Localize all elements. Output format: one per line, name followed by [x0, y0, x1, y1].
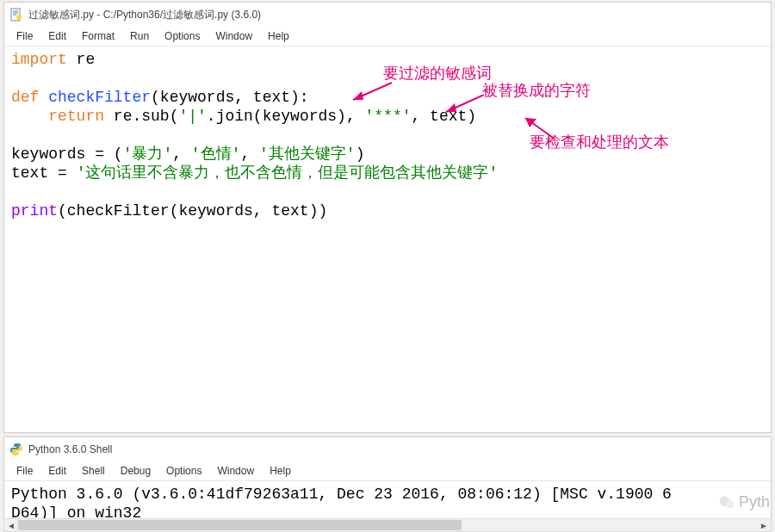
- editor-menu-bar: File Edit Format Run Options Window Help: [4, 27, 771, 46]
- arrow-replacement-icon: [439, 95, 491, 121]
- menu-options[interactable]: Options: [158, 28, 207, 44]
- svg-point-11: [726, 500, 734, 508]
- kw-str-3: '其他关键字': [259, 145, 356, 163]
- call-resub-b: .join(keywords),: [207, 108, 365, 125]
- fn-params: (keywords, text):: [151, 89, 309, 106]
- str-pipe: '|': [178, 108, 206, 125]
- menu-window[interactable]: Window: [208, 28, 259, 44]
- svg-marker-3: [353, 91, 363, 100]
- mod-re: re: [67, 51, 95, 68]
- scroll-track[interactable]: [18, 519, 757, 531]
- svg-marker-7: [525, 118, 536, 127]
- shell-menu-window[interactable]: Window: [210, 463, 261, 479]
- menu-edit[interactable]: Edit: [41, 28, 73, 44]
- call-resub-a: re.sub(: [104, 108, 178, 125]
- shell-menu-file[interactable]: File: [9, 463, 40, 479]
- editor-title-text: 过滤敏感词.py - C:/Python36/过滤敏感词.py (3.6.0): [28, 8, 261, 22]
- menu-format[interactable]: Format: [75, 28, 121, 44]
- shell-menu-debug[interactable]: Debug: [114, 463, 158, 479]
- python-shell-icon: [9, 442, 23, 456]
- arrow-keywords-icon: [344, 81, 396, 107]
- scroll-left-button[interactable]: ◄: [4, 519, 18, 531]
- print-args: (checkFilter(keywords, text)): [58, 202, 327, 220]
- shell-menu-bar: File Edit Shell Debug Options Window Hel…: [4, 461, 771, 481]
- editor-code-area[interactable]: import re def checkFilter(keywords, text…: [4, 46, 771, 432]
- shell-title-text: Python 3.6.0 Shell: [28, 443, 112, 455]
- menu-help[interactable]: Help: [261, 28, 296, 44]
- text-assign-a: text =: [11, 164, 77, 182]
- kw-return: return: [11, 108, 104, 125]
- shell-menu-options[interactable]: Options: [159, 463, 208, 479]
- text-string: '这句话里不含暴力，也不含色情，但是可能包含其他关键字': [77, 164, 499, 182]
- kw-def: def: [11, 89, 39, 106]
- scroll-right-button[interactable]: ►: [757, 519, 771, 531]
- fn-checkfilter: checkFilter: [39, 89, 151, 106]
- arrow-text-icon: [521, 114, 573, 144]
- scroll-thumb[interactable]: [18, 520, 462, 530]
- shell-menu-shell[interactable]: Shell: [75, 463, 112, 479]
- banner-line-1: Python 3.6.0 (v3.6.0:41df79263a11, Dec 2…: [11, 486, 672, 503]
- editor-window: 过滤敏感词.py - C:/Python36/过滤敏感词.py (3.6.0) …: [3, 2, 772, 433]
- editor-title-bar: 过滤敏感词.py - C:/Python36/过滤敏感词.py (3.6.0): [4, 3, 771, 27]
- kw-print: print: [11, 202, 58, 220]
- python-file-icon: [9, 8, 23, 22]
- kw-str-2: '色情': [191, 145, 241, 163]
- shell-menu-edit[interactable]: Edit: [41, 463, 73, 479]
- kw-str-1: '暴力': [123, 145, 173, 163]
- watermark: Pyth: [718, 493, 770, 511]
- shell-title-bar: Python 3.6.0 Shell: [4, 437, 771, 461]
- str-stars: '***': [365, 108, 412, 125]
- annotation-keywords: 要过滤的敏感词: [383, 64, 492, 83]
- kw-import: import: [11, 51, 67, 68]
- menu-run[interactable]: Run: [123, 28, 156, 44]
- wechat-icon: [718, 494, 735, 511]
- shell-menu-help[interactable]: Help: [263, 463, 298, 479]
- horizontal-scrollbar[interactable]: ◄ ►: [3, 518, 772, 532]
- svg-marker-5: [446, 103, 456, 112]
- svg-point-1: [16, 15, 22, 20]
- keywords-assign-a: keywords = (: [11, 145, 123, 163]
- annotation-replacement: 被替换成的字符: [482, 81, 591, 100]
- watermark-text: Pyth: [739, 493, 770, 511]
- menu-file[interactable]: File: [9, 28, 40, 44]
